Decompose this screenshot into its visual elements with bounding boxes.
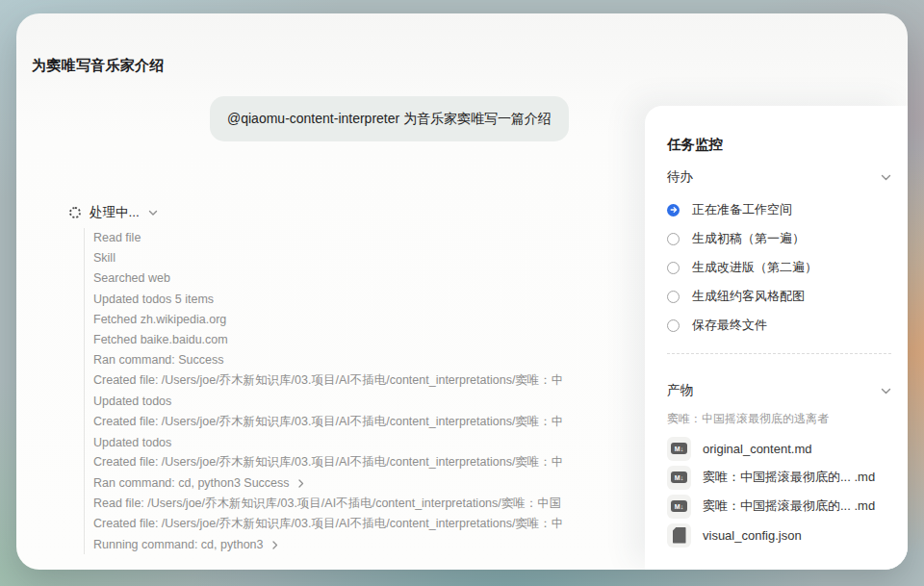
todo-label: 保存最终文件 bbox=[692, 317, 767, 334]
markdown-badge-icon: M↓ bbox=[671, 471, 687, 483]
todo-section-label: 待办 bbox=[667, 168, 693, 186]
spinner-icon bbox=[69, 207, 81, 218]
todo-label: 生成改进版（第二遍） bbox=[692, 259, 817, 276]
processing-status-header[interactable]: 处理中... bbox=[69, 204, 158, 221]
log-row: Skill bbox=[93, 247, 630, 268]
todo-section-header[interactable]: 待办 bbox=[667, 168, 891, 186]
todo-item: 生成初稿（第一遍） bbox=[667, 224, 898, 253]
artifacts-section-label: 产物 bbox=[667, 382, 693, 399]
log-row: Updated todos bbox=[93, 432, 630, 452]
page-title: 为窦唯写音乐家介绍 bbox=[32, 57, 165, 75]
chevron-down-icon bbox=[881, 174, 891, 181]
json-file-icon bbox=[667, 523, 691, 548]
log-row: Created file: /Users/joe/乔木新知识库/03.项目/AI… bbox=[93, 514, 630, 534]
desktop-background: 为窦唯写音乐家介绍 @qiaomu-content-interpreter 为音… bbox=[0, 0, 924, 586]
log-text: Created file: /Users/joe/乔木新知识库/03.项目/AI… bbox=[93, 372, 563, 389]
log-text: Fetched zh.wikipedia.org bbox=[93, 313, 226, 326]
todo-status-pending-icon bbox=[667, 233, 680, 245]
log-text: Read file: /Users/joe/乔木新知识库/03.项目/AI不插电… bbox=[93, 496, 561, 512]
file-item[interactable]: M↓窦唯：中国摇滚最彻底的... .md bbox=[667, 463, 902, 492]
log-text: Created file: /Users/joe/乔木新知识库/03.项目/AI… bbox=[93, 516, 563, 532]
log-text: Updated todos 5 items bbox=[93, 293, 214, 306]
artifacts-subtitle: 窦唯：中国摇滚最彻底的逃离者 bbox=[667, 411, 829, 427]
log-row: Created file: /Users/joe/乔木新知识库/03.项目/AI… bbox=[93, 452, 630, 472]
user-message-text: @qiaomu-content-interpreter 为音乐家窦唯写一篇介绍 bbox=[227, 111, 552, 128]
log-row: Created file: /Users/joe/乔木新知识库/03.项目/AI… bbox=[93, 412, 630, 432]
file-page-icon bbox=[673, 527, 686, 544]
file-name: 窦唯：中国摇滚最彻底的... .md bbox=[703, 469, 875, 486]
log-row: Updated todos 5 items bbox=[93, 289, 630, 309]
artifact-file-list: M↓original_content.mdM↓窦唯：中国摇滚最彻底的... .m… bbox=[667, 434, 902, 549]
log-row[interactable]: Running command: cd, python3 bbox=[93, 534, 630, 554]
chevron-right-icon bbox=[272, 541, 278, 549]
todo-item: 正在准备工作空间 bbox=[667, 195, 898, 224]
log-text: Skill bbox=[93, 251, 116, 265]
todo-status-pending-icon bbox=[667, 262, 680, 274]
file-item[interactable]: M↓original_content.md bbox=[667, 434, 902, 463]
log-row: Fetched baike.baidu.com bbox=[93, 329, 630, 349]
markdown-file-icon: M↓ bbox=[667, 466, 691, 490]
todo-status-pending-icon bbox=[667, 319, 680, 332]
log-text: Ran command: cd, python3 Success bbox=[93, 476, 290, 490]
log-row: Read file: /Users/joe/乔木新知识库/03.项目/AI不插电… bbox=[93, 494, 630, 514]
file-name: 窦唯：中国摇滚最彻底的... .md bbox=[703, 497, 875, 515]
todo-list: 正在准备工作空间生成初稿（第一遍）生成改进版（第二遍）生成纽约客风格配图保存最终… bbox=[667, 195, 898, 340]
log-text: Searched web bbox=[93, 271, 170, 285]
markdown-file-icon: M↓ bbox=[667, 437, 691, 461]
log-row: Read file bbox=[93, 227, 630, 247]
log-row: Fetched zh.wikipedia.org bbox=[93, 309, 630, 329]
markdown-badge-icon: M↓ bbox=[671, 443, 687, 454]
log-row: Searched web bbox=[93, 268, 630, 289]
processing-status-label: 处理中... bbox=[90, 204, 140, 221]
todo-item: 生成纽约客风格配图 bbox=[667, 282, 898, 311]
markdown-badge-icon: M↓ bbox=[671, 500, 687, 512]
task-monitor-title: 任务监控 bbox=[667, 136, 723, 154]
app-window: 为窦唯写音乐家介绍 @qiaomu-content-interpreter 为音… bbox=[16, 13, 908, 570]
log-text: Updated todos bbox=[93, 395, 171, 408]
log-text: Fetched baike.baidu.com bbox=[93, 333, 228, 346]
todo-item: 生成改进版（第二遍） bbox=[667, 253, 898, 282]
file-name: visual_config.json bbox=[703, 528, 802, 543]
todo-label: 正在准备工作空间 bbox=[692, 201, 792, 218]
markdown-file-icon: M↓ bbox=[667, 495, 691, 519]
tool-log-list: Read fileSkillSearched webUpdated todos … bbox=[93, 227, 630, 555]
log-text: Ran command: Success bbox=[93, 353, 223, 367]
todo-label: 生成纽约客风格配图 bbox=[692, 288, 805, 305]
log-text: Created file: /Users/joe/乔木新知识库/03.项目/AI… bbox=[93, 454, 563, 471]
todo-status-active-icon bbox=[667, 204, 680, 217]
log-text: Created file: /Users/joe/乔木新知识库/03.项目/AI… bbox=[93, 414, 563, 430]
chevron-down-icon bbox=[148, 210, 158, 217]
todo-label: 生成初稿（第一遍） bbox=[692, 230, 805, 247]
log-row: Ran command: Success bbox=[93, 350, 630, 370]
log-row[interactable]: Ran command: cd, python3 Success bbox=[93, 473, 630, 494]
log-text: Updated todos bbox=[93, 436, 171, 449]
log-row: Updated todos bbox=[93, 391, 630, 411]
file-item[interactable]: M↓窦唯：中国摇滚最彻底的... .md bbox=[667, 492, 902, 521]
chevron-down-icon bbox=[881, 388, 891, 395]
section-divider bbox=[667, 353, 891, 354]
user-message-bubble: @qiaomu-content-interpreter 为音乐家窦唯写一篇介绍 bbox=[210, 96, 569, 141]
chevron-right-icon bbox=[298, 479, 304, 488]
artifacts-section-header[interactable]: 产物 bbox=[667, 382, 891, 399]
file-item[interactable]: visual_config.json bbox=[667, 521, 902, 549]
log-row: Created file: /Users/joe/乔木新知识库/03.项目/AI… bbox=[93, 370, 630, 391]
log-text: Read file bbox=[93, 231, 141, 244]
todo-status-pending-icon bbox=[667, 291, 680, 303]
todo-item: 保存最终文件 bbox=[667, 311, 898, 340]
log-text: Running command: cd, python3 bbox=[93, 538, 264, 551]
task-monitor-panel: 任务监控 待办 正在准备工作空间生成初稿（第一遍）生成改进版（第二遍）生成纽约客… bbox=[645, 106, 908, 570]
log-thread-rail bbox=[84, 228, 85, 554]
file-name: original_content.md bbox=[703, 442, 811, 456]
